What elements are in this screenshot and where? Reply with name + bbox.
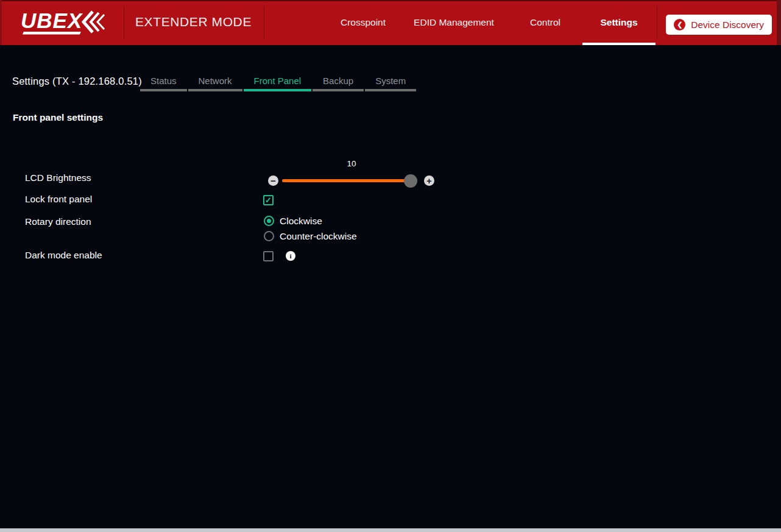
device-discovery-button[interactable]: ❮ Device Discovery [666,15,772,35]
lcd-brightness-slider: 10 − + [268,159,435,187]
page-title: Settings (TX - 192.168.0.51) [12,76,142,87]
brightness-increase-button[interactable]: + [424,176,434,186]
lcd-brightness-label: LCD Brightness [25,172,91,183]
header-bar: UBEX EXTENDER MODE Crosspoint EDID Manag… [0,0,781,45]
nav-item-label: Crosspoint [341,17,386,28]
header-left-edge [0,0,2,45]
device-discovery-label: Device Discovery [691,20,764,30]
lock-front-panel-label: Lock front panel [25,194,92,204]
settings-tab-bar: Status Network Front Panel Backup System [140,74,416,91]
logo-text: UBEX [21,9,83,32]
header-divider [264,6,264,38]
nav-item-settings[interactable]: Settings [582,0,656,45]
tab-backup[interactable]: Backup [313,74,364,91]
info-glyph: i [289,252,291,260]
nav-item-label: EDID Management [414,17,494,28]
dark-mode-label: Dark mode enable [25,250,102,260]
lock-front-panel-checkbox[interactable]: ✓ [263,195,274,205]
slider-thumb[interactable] [404,174,417,188]
chevron-left-icon: ❮ [674,19,685,30]
header-divider [124,6,124,38]
nav-item-control[interactable]: Control [518,0,573,45]
tab-system[interactable]: System [365,74,416,91]
slider-track[interactable] [282,179,416,182]
tab-status[interactable]: Status [140,74,187,91]
mode-label: EXTENDER MODE [135,0,255,44]
radio-selected-icon [264,216,274,226]
rotary-option-clockwise[interactable]: Clockwise [264,216,322,226]
nav-item-edid-management[interactable]: EDID Management [399,0,509,45]
nav-item-label: Control [530,17,560,28]
checkmark-icon: ✓ [265,196,272,205]
rotary-direction-label: Rotary direction [25,216,91,227]
info-icon[interactable]: i [286,251,295,261]
header-divider [657,6,657,38]
dark-mode-checkbox[interactable] [263,251,274,261]
nav-item-crosspoint[interactable]: Crosspoint [333,0,394,45]
slider-controls: − + [268,174,435,187]
slider-value: 10 [268,159,435,170]
brightness-decrease-button[interactable]: − [268,176,278,186]
page: UBEX EXTENDER MODE Crosspoint EDID Manag… [0,0,781,532]
plus-icon: + [426,176,432,185]
rotary-option-counter-clockwise[interactable]: Counter-clockwise [264,231,357,241]
horizontal-scrollbar[interactable] [0,528,781,532]
tab-front-panel[interactable]: Front Panel [244,74,312,91]
nav-item-label: Settings [600,17,637,28]
ubex-logo-graphic: UBEX [18,6,110,39]
minus-icon: − [270,176,276,185]
vertical-scrollbar[interactable] [777,0,781,45]
ubex-logo: UBEX [18,6,110,39]
radio-option-label: Counter-clockwise [280,231,357,241]
section-title: Front panel settings [13,112,103,123]
chevron-left-glyph: ❮ [677,21,682,28]
radio-option-label: Clockwise [280,216,322,226]
tab-network[interactable]: Network [188,74,242,91]
radio-unselected-icon [264,231,274,241]
